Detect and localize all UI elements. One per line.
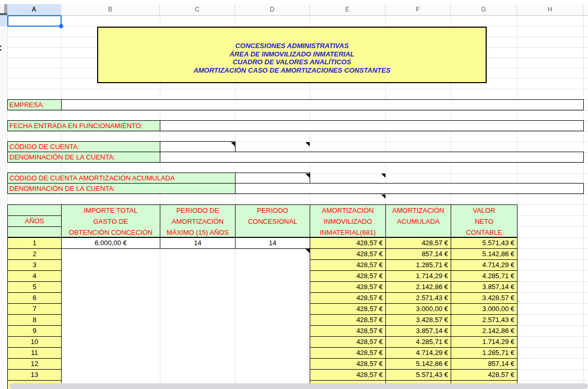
cell-ano[interactable]: 12 [7, 358, 62, 370]
cell-valor-neto[interactable]: 428,57 € [451, 369, 518, 381]
header-anos-text: AÑOS [8, 216, 61, 227]
cell-valor-neto[interactable]: 3.428,57 € [451, 292, 518, 304]
empresa-input[interactable] [61, 99, 584, 110]
cell-valor-neto[interactable]: 1.285,71 € [451, 347, 518, 359]
row-header-strip[interactable] [0, 26, 7, 389]
cell-valor-neto[interactable]: 5.142,86 € [451, 248, 518, 260]
cell-ano[interactable]: 8 [7, 314, 62, 326]
row-header-fragment [0, 49, 2, 51]
cell-ano[interactable]: 4 [7, 270, 62, 282]
cell-amortizacion[interactable]: 428,57 € [310, 281, 386, 293]
cell-acumulada[interactable]: 5.571,43 € [385, 369, 451, 381]
codigo-amortizacion-label[interactable]: CÓDIGO DE CUENTA AMORTIZACIÓN ACUMULADA [7, 173, 236, 184]
note-marker-icon [305, 142, 310, 146]
cell-amortizacion[interactable]: 428,57 € [310, 358, 386, 370]
cell-acumulada[interactable]: 4.285,71 € [385, 336, 451, 348]
cell-valor-neto[interactable]: 4.285,71 € [451, 270, 518, 282]
cell-ano[interactable]: 6 [7, 292, 62, 304]
cell-acumulada[interactable]: 4.714,29 € [385, 347, 451, 359]
column-header-a[interactable]: A [7, 4, 61, 15]
cell-periodo-amortizacion[interactable]: 14 [160, 237, 236, 249]
cell-valor-neto[interactable]: 3.000,00 € [451, 303, 518, 315]
grid-line [235, 248, 236, 389]
cell-amortizacion[interactable]: 428,57 € [310, 303, 386, 315]
header-periodo-concesional[interactable]: PERIODO CONCESIONAL [235, 204, 310, 237]
column-header-g[interactable]: G [451, 4, 517, 15]
column-header-f[interactable]: F [385, 4, 451, 15]
cell-valor-neto[interactable]: 1.714,29 € [451, 336, 518, 348]
horizontal-scrollbar[interactable] [9, 383, 588, 389]
cell-acumulada[interactable]: 857,14 € [385, 248, 451, 260]
grid-line [0, 110, 588, 111]
note-marker-icon [381, 174, 385, 178]
cell-valor-neto[interactable]: 857,14 € [451, 358, 518, 370]
empresa-label[interactable]: EMPRESA: [7, 99, 62, 110]
empty-merged-region[interactable] [61, 248, 310, 389]
cell-amortizacion[interactable]: 428,57 € [310, 314, 386, 326]
header-anos[interactable]: AÑOS [7, 204, 62, 237]
grid-line [0, 194, 588, 194]
cell-valor-neto[interactable]: 2.571,43 € [451, 314, 518, 326]
cell-amortizacion[interactable]: 428,57 € [310, 248, 386, 260]
selected-cell-a1[interactable] [7, 15, 62, 27]
denominacion-cuenta-label[interactable]: DENOMINACIÓN DE LA CUENTA: [7, 152, 160, 163]
cell-valor-neto[interactable]: 4.714,29 € [451, 259, 518, 271]
cell-ano[interactable]: 7 [7, 303, 62, 315]
grid-line [160, 248, 160, 389]
header-bottom-border [0, 15, 588, 16]
grid-line [0, 131, 588, 132]
cell-amortizacion[interactable]: 428,57 € [310, 237, 386, 249]
cell-amortizacion[interactable]: 428,57 € [310, 347, 386, 359]
codigo-cuenta-label[interactable]: CÓDIGO DE CUENTA: [7, 141, 160, 152]
cell-ano[interactable]: 2 [7, 248, 62, 260]
cell-amortizacion[interactable]: 428,57 € [310, 292, 386, 304]
fill-handle[interactable] [59, 24, 63, 28]
cell-acumulada[interactable]: 1.285,71 € [385, 259, 451, 271]
denominacion-cuenta2-input[interactable] [235, 183, 584, 194]
cell-acumulada[interactable]: 2.571,43 € [385, 292, 451, 304]
cell-acumulada[interactable]: 3.857,14 € [385, 325, 451, 337]
header-amortizacion-acumulada[interactable]: AMORTIZACIÓN ACUMULADA [385, 204, 451, 237]
header-valor-neto[interactable]: VALOR NETO CONTABLE [451, 204, 518, 237]
cell-acumulada[interactable]: 428,57 € [385, 237, 451, 249]
cell-acumulada[interactable]: 3.428,57 € [385, 314, 451, 326]
cell-acumulada[interactable]: 3.000,00 € [385, 303, 451, 315]
fecha-funcionamiento-input[interactable] [160, 120, 584, 131]
cell-amortizacion[interactable]: 428,57 € [310, 336, 386, 348]
codigo-cuenta-input[interactable] [160, 141, 236, 152]
cell-acumulada[interactable]: 5.142,86 € [385, 358, 451, 370]
codigo-amortizacion-input[interactable] [235, 173, 310, 184]
denominacion-cuenta-input[interactable] [160, 152, 584, 163]
cell-amortizacion[interactable]: 428,57 € [310, 369, 386, 381]
header-amortizacion-inmovilizado[interactable]: AMORTIZACIÓN INMOVILIZADO INMATERIAL(681… [310, 204, 386, 237]
cell-ano[interactable]: 13 [7, 369, 62, 381]
fecha-funcionamiento-label[interactable]: FECHA ENTRADA EN FUNCIONAMIENTO: [7, 120, 160, 131]
denominacion-cuenta2-label[interactable]: DENOMINACIÓN DE LA CUENTA: [7, 183, 236, 194]
note-marker-icon [381, 194, 385, 199]
column-header-e[interactable]: E [310, 4, 385, 15]
column-header-b[interactable]: B [61, 4, 160, 15]
column-header-c[interactable]: C [160, 4, 235, 15]
cell-acumulada[interactable]: 1.714,29 € [385, 270, 451, 282]
row-header-selected[interactable] [0, 15, 7, 26]
cell-ano[interactable]: 9 [7, 325, 62, 337]
cell-amortizacion[interactable]: 428,57 € [310, 259, 386, 271]
column-header-h[interactable]: H [517, 4, 583, 15]
cell-ano[interactable]: 5 [7, 281, 62, 293]
cell-ano[interactable]: 11 [7, 347, 62, 359]
cell-amortizacion[interactable]: 428,57 € [310, 270, 386, 282]
cell-periodo-concesional[interactable]: 14 [235, 237, 310, 249]
column-header-d[interactable]: D [235, 4, 310, 15]
spreadsheet: ABCDEFGH CONCESIONES ADMINISTRATIVAS ÁRE… [0, 0, 588, 389]
cell-ano[interactable]: 3 [7, 259, 62, 271]
header-periodo-amortizacion[interactable]: PERIODO DE AMORTIZACIÓN MÁXIMO (15) AÑOS [160, 204, 236, 237]
cell-acumulada[interactable]: 2.142,86 € [385, 281, 451, 293]
cell-amortizacion[interactable]: 428,57 € [310, 325, 386, 337]
cell-importe-total[interactable]: 6.000,00 € [61, 237, 160, 249]
cell-valor-neto[interactable]: 5.571,43 € [451, 237, 518, 249]
cell-ano[interactable]: 10 [7, 336, 62, 348]
header-importe-total[interactable]: IMPORTE TOTAL GASTO DE OBTENCIÓN CONCECI… [61, 204, 160, 237]
cell-valor-neto[interactable]: 3.857,14 € [451, 281, 518, 293]
cell-ano[interactable]: 1 [7, 237, 62, 249]
cell-valor-neto[interactable]: 2.142,86 € [451, 325, 518, 337]
